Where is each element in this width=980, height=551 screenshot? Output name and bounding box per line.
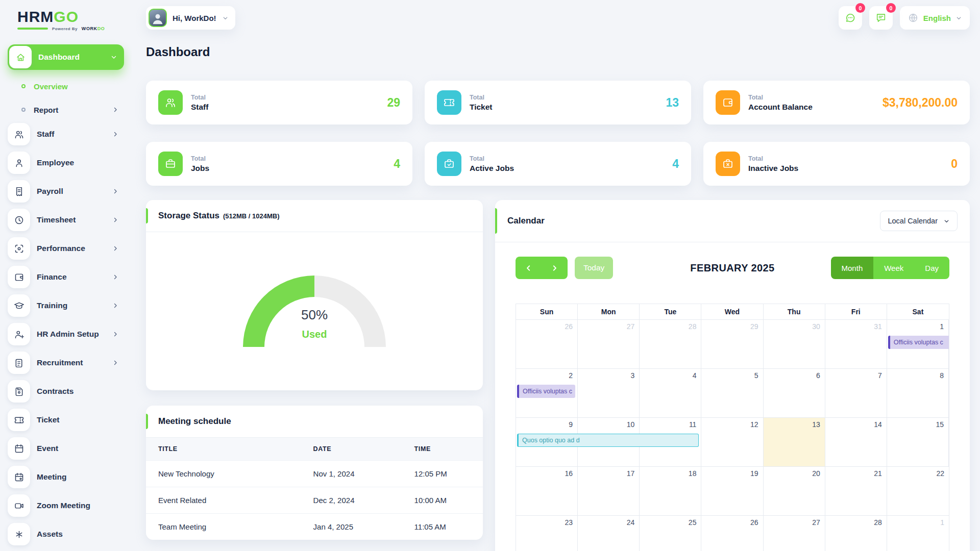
notifications-button[interactable]: 0 — [869, 6, 893, 30]
sidebar-item-payroll[interactable]: Payroll — [8, 180, 124, 203]
calendar-day-8[interactable]: 8 — [887, 369, 949, 418]
stat-value: 13 — [666, 96, 679, 110]
target-icon — [8, 237, 30, 260]
calendar-day-22[interactable]: 22 — [887, 467, 949, 516]
stat-label: Account Balance — [748, 103, 813, 112]
briefcase-check-icon — [443, 158, 455, 170]
sidebar-item-label: Event — [37, 444, 58, 453]
chevron-right-icon — [112, 188, 119, 195]
calendar-day-26[interactable]: 26 — [701, 516, 763, 551]
stat-prefix: Total — [748, 94, 813, 101]
user-menu[interactable]: Hi, WorkDo! — [146, 6, 235, 30]
calendar-event[interactable]: Quos optio quo ad d — [517, 434, 699, 447]
sidebar-subitem-report[interactable]: Report — [8, 99, 124, 120]
sidebar-item-zoom-meeting[interactable]: Zoom Meeting — [8, 494, 124, 517]
calendar-day-12[interactable]: 12 — [701, 418, 763, 467]
calendar-event[interactable]: Officiis voluptas c — [517, 385, 575, 398]
calendar-day-1-muted[interactable]: 1 — [887, 516, 949, 551]
calendar-day-20[interactable]: 20 — [764, 467, 825, 516]
calendar-day-7[interactable]: 7 — [825, 369, 887, 418]
calendar-view-week[interactable]: Week — [873, 257, 914, 279]
calendar-day-18[interactable]: 18 — [640, 467, 701, 516]
calendar-day-17[interactable]: 17 — [578, 467, 640, 516]
calendar-source-select[interactable]: Local Calendar — [880, 211, 958, 231]
sidebar-subitem-overview[interactable]: Overview — [8, 76, 124, 96]
calendar-week-row: 9101112131415Quos optio quo ad d — [516, 418, 949, 467]
sidebar-item-contracts[interactable]: Contracts — [8, 380, 124, 403]
stats-grid: Total Staff 29 Total Ticket 13 Total Acc… — [146, 81, 970, 186]
sidebar-item-finance[interactable]: Finance — [8, 266, 124, 288]
sidebar-item-ticket[interactable]: Ticket — [8, 409, 124, 431]
calendar-day-16[interactable]: 16 — [516, 467, 578, 516]
stat-value: $3,780,200.00 — [883, 96, 958, 110]
sidebar-item-label: Performance — [37, 244, 85, 253]
messages-button[interactable]: 0 — [839, 6, 862, 30]
calendar-day-25[interactable]: 25 — [640, 516, 701, 551]
sidebar-item-training[interactable]: Training — [8, 294, 124, 317]
table-cell: 11:05 AM — [402, 514, 483, 540]
calendar-grid: SunMonTueWedThuFriSat 2627282930311Offic… — [516, 304, 949, 551]
calendar-event[interactable]: Officiis voluptas c — [888, 336, 949, 349]
table-row: Event RelatedDec 2, 202410:00 AM — [146, 487, 483, 514]
sidebar-item-assets[interactable]: Assets — [8, 523, 124, 545]
stat-value: 29 — [387, 96, 400, 110]
powered-by-label: Powered By — [52, 27, 78, 31]
calendar-next-button[interactable] — [542, 257, 568, 279]
calendar-day-28[interactable]: 28 — [825, 516, 887, 551]
calendar-day-28-muted[interactable]: 28 — [640, 320, 701, 369]
table-cell: Jan 4, 2025 — [301, 514, 402, 540]
calendar-view-day[interactable]: Day — [914, 257, 949, 279]
sidebar-item-employee[interactable]: Employee — [8, 152, 124, 174]
sidebar-item-timesheet[interactable]: Timesheet — [8, 209, 124, 231]
ticket-icon — [8, 409, 30, 431]
ticket-icon — [443, 96, 455, 109]
calendar-prev-button[interactable] — [516, 257, 542, 279]
calendar-day-31-muted[interactable]: 31 — [825, 320, 887, 369]
sidebar-item-dashboard[interactable]: Dashboard — [8, 44, 124, 70]
calendar-day-24[interactable]: 24 — [578, 516, 640, 551]
page-title: Dashboard — [146, 45, 970, 59]
sidebar-item-hr-admin-setup[interactable]: HR Admin Setup — [8, 323, 124, 345]
sidebar-item-recruitment[interactable]: Recruitment — [8, 352, 124, 374]
calendar-day-26-muted[interactable]: 26 — [516, 320, 578, 369]
wallet-icon — [8, 266, 30, 288]
calendar-day-6[interactable]: 6 — [764, 369, 825, 418]
floppy-icon — [8, 380, 30, 403]
calendar-day-14[interactable]: 14 — [825, 418, 887, 467]
calendar-day-15[interactable]: 15 — [887, 418, 949, 467]
person-photo-icon — [150, 11, 165, 26]
calendar-day-27[interactable]: 27 — [764, 516, 825, 551]
table-cell: Team Meeting — [146, 514, 301, 540]
sidebar-item-performance[interactable]: Performance — [8, 237, 124, 260]
sidebar-item-meeting[interactable]: Meeting — [8, 466, 124, 488]
calendar-view-month[interactable]: Month — [831, 257, 874, 279]
calendar-today-button[interactable]: Today — [575, 257, 613, 279]
messages-badge: 0 — [855, 3, 865, 13]
calendar-day-27-muted[interactable]: 27 — [578, 320, 640, 369]
sidebar-item-event[interactable]: Event — [8, 437, 124, 460]
calendar-week-row: 16171819202122 — [516, 467, 949, 516]
calendar-day-19[interactable]: 19 — [701, 467, 763, 516]
calendar-week-row: 2345678Officiis voluptas c — [516, 369, 949, 418]
calendar-day-4[interactable]: 4 — [640, 369, 701, 418]
calendar-day-29-muted[interactable]: 29 — [701, 320, 763, 369]
stat-label: Inactive Jobs — [748, 164, 798, 173]
calendar-day-3[interactable]: 3 — [578, 369, 640, 418]
calendar-day-21[interactable]: 21 — [825, 467, 887, 516]
column-header-time: TIME — [402, 438, 483, 461]
users-icon — [14, 129, 24, 140]
table-cell: Event Related — [146, 487, 301, 514]
calendar-card: Calendar Local Calendar — [495, 200, 970, 551]
calendar-icon — [8, 437, 30, 460]
calendar-day-30-muted[interactable]: 30 — [764, 320, 825, 369]
table-cell: 10:00 AM — [402, 487, 483, 514]
message-lines-icon — [875, 12, 887, 23]
calendar-day-5[interactable]: 5 — [701, 369, 763, 418]
stat-label: Active Jobs — [470, 164, 514, 173]
sidebar-item-label: Ticket — [37, 415, 60, 424]
calendar-day-13[interactable]: 13 — [764, 418, 825, 467]
sidebar-item-staff[interactable]: Staff — [8, 123, 124, 145]
user-icon — [8, 152, 30, 174]
calendar-day-23[interactable]: 23 — [516, 516, 578, 551]
language-selector[interactable]: English — [900, 6, 970, 30]
